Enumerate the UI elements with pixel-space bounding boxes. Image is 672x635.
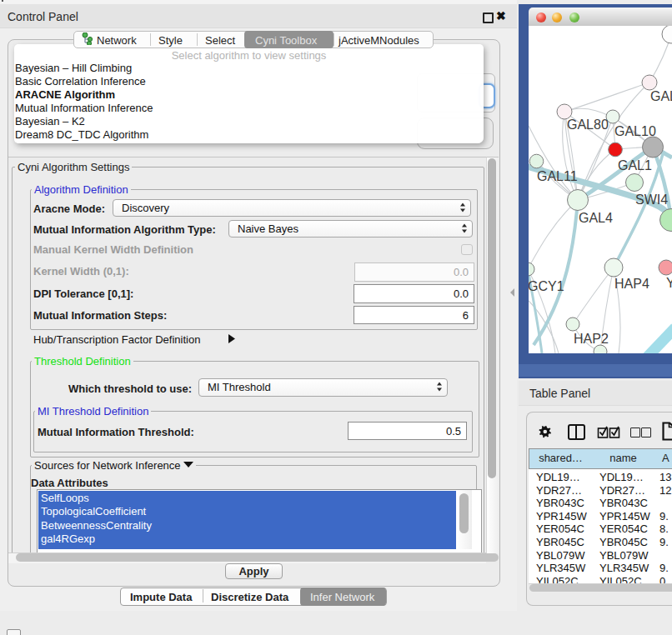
svg-text:HAP4: HAP4: [614, 277, 649, 291]
svg-text:Y: Y: [666, 276, 672, 290]
svg-text:GAL1: GAL1: [618, 158, 652, 172]
svg-text:GCY1: GCY1: [529, 279, 564, 293]
svg-text:GAL7: GAL7: [650, 89, 672, 103]
svg-text:GAL10: GAL10: [614, 124, 656, 138]
svg-text:GAL11: GAL11: [537, 169, 578, 183]
svg-text:GAL4: GAL4: [579, 211, 613, 225]
svg-text:SWI4: SWI4: [635, 192, 668, 207]
svg-text:HAP2: HAP2: [574, 332, 609, 346]
svg-text:GAL80: GAL80: [567, 118, 609, 132]
